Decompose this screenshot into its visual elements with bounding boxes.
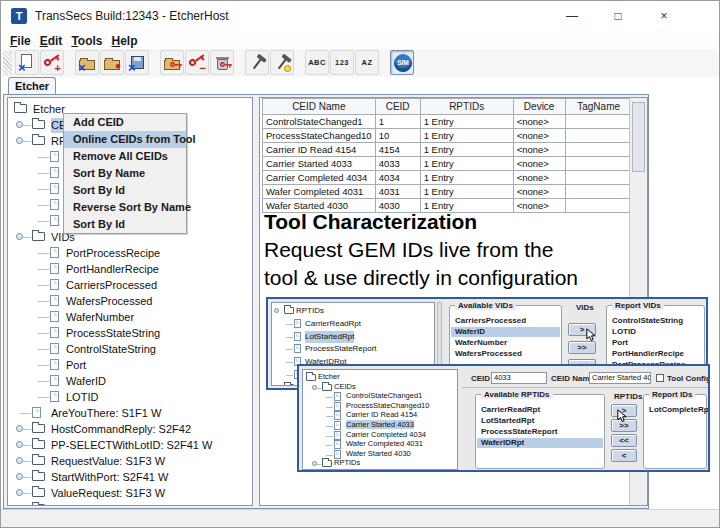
add-key-button[interactable]: + [40,50,64,75]
context-menu-item[interactable]: Remove All CEIDs [64,148,186,165]
maximize-button[interactable]: □ [603,7,633,25]
menu-file[interactable]: File [10,34,31,48]
table-cell[interactable]: ProcessStateChanged10 [263,129,376,143]
save-entity-button[interactable]: × [125,50,149,75]
list-item[interactable]: LotCompleteRpt [645,405,705,415]
tree-item[interactable]: PortHandlerRecipe [8,262,252,277]
tree-item[interactable]: ProcessStateString [8,326,252,341]
tree-item[interactable]: ValueRequest: S1F3 W [8,486,252,501]
ceid-name-field[interactable]: Carrier Started 4033 [589,372,651,384]
sort-by-name-button[interactable]: ABC [305,50,329,75]
tree-item[interactable]: StartWithPort: S2F41 W [8,470,252,485]
tree-item[interactable]: CarrierReadRpt [303,468,457,470]
tree-expand-handle[interactable] [16,121,23,128]
tree-item[interactable]: RequestValue: S1F3 W [8,454,252,469]
tree-item[interactable]: Carrier Completed 4034 [303,430,457,439]
table-cell[interactable]: 1 Entry [420,157,513,171]
tool-configured-checkbox[interactable] [656,374,664,382]
list-item[interactable]: LotStartedRpt [477,416,603,426]
table-cell[interactable]: 4033 [375,157,420,171]
list-item[interactable]: WafersProcessed [451,349,560,359]
tree-expand-handle[interactable] [16,457,23,464]
table-cell[interactable]: Wafer Completed 4031 [263,185,376,199]
load-keys-button[interactable] [160,50,184,75]
tree-item[interactable]: RPTIDs [303,458,457,467]
table-row[interactable]: Carrier Started 403340331 Entry<none> [263,157,633,171]
tree-expand-handle[interactable] [312,385,317,390]
list-item[interactable]: CarriersProcessed [451,316,560,326]
table-cell[interactable] [565,115,632,129]
tree-item[interactable]: PortProcessRecipe [8,246,252,261]
table-cell[interactable]: <none> [513,115,565,129]
tree-item[interactable]: CEIDs [303,382,457,391]
list-item[interactable]: WaferIDRpt [477,438,603,448]
context-menu-item[interactable]: Add CEID [64,114,186,131]
sim-button[interactable]: SIM [390,50,414,75]
minimize-button[interactable]: — [557,7,587,25]
sort-by-id-button[interactable]: 123 [330,50,354,75]
table-cell[interactable] [565,171,632,185]
table-cell[interactable]: Carrier Started 4033 [263,157,376,171]
table-cell[interactable]: 1 Entry [420,129,513,143]
list-item[interactable]: ControlStateString [608,316,703,326]
tree-expand-handle[interactable] [16,233,23,240]
tree-item[interactable]: LOTID [8,390,252,405]
table-cell[interactable]: <none> [513,185,565,199]
tree-expand-handle[interactable] [16,505,23,506]
tree-expand-handle[interactable] [16,489,23,496]
tree-expand-handle[interactable] [16,137,23,144]
tree-item[interactable]: Carrier Started 4033 [303,420,457,429]
table-cell[interactable]: 1 Entry [420,143,513,157]
menu-edit[interactable]: Edit [40,34,63,48]
menu-help[interactable]: Help [112,34,138,48]
new-entity-button[interactable]: × [15,50,39,75]
table-cell[interactable]: <none> [513,143,565,157]
tree-item[interactable]: Wafer Completed 4031 [303,439,457,448]
context-menu-item[interactable]: Sort By Id [64,216,186,233]
menu-tools[interactable]: Tools [71,34,102,48]
list-item[interactable]: Port [608,338,703,348]
table-cell[interactable]: <none> [513,129,565,143]
tree-item[interactable]: LotStartedRpt [272,331,434,343]
tree-item[interactable]: PP-SELECTWithLotID: S2F41 W [8,438,252,453]
table-cell[interactable]: 4031 [375,185,420,199]
table-cell[interactable] [565,143,632,157]
table-row[interactable]: ControlStateChanged111 Entry<none> [263,115,633,129]
context-menu-item[interactable]: Online CEIDs from Tool [64,131,186,148]
tree-item[interactable]: CarrierReadRpt [272,318,434,330]
close-button[interactable]: × [649,7,679,25]
table-cell[interactable] [565,129,632,143]
table-cell[interactable] [565,157,632,171]
open-entity-button[interactable]: × [75,50,99,75]
table-cell[interactable]: 4154 [375,143,420,157]
table-row[interactable]: Carrier Completed 403440341 Entry<none> [263,171,633,185]
context-menu-item[interactable]: Sort By Name [64,165,186,182]
tree-item[interactable]: ProcessStateReport [272,343,434,355]
tree-item[interactable]: WaferID [8,374,252,389]
list-item[interactable]: LOTID [608,327,703,337]
table-row[interactable]: Wafer Completed 403140311 Entry<none> [263,185,633,199]
table-cell[interactable]: <none> [513,171,565,185]
ceid-field[interactable]: 4033 [491,372,547,384]
tree-item[interactable]: WafersProcessed [8,294,252,309]
remove-key-button[interactable]: − [185,50,209,75]
tree-expand-handle[interactable] [274,385,279,386]
tree-expand-handle[interactable] [16,425,23,432]
table-cell[interactable]: 4034 [375,171,420,185]
transfer-button[interactable]: << [611,434,637,447]
scrollbar-thumb[interactable] [632,102,645,172]
table-row[interactable]: Carrier ID Read 415441541 Entry<none> [263,143,633,157]
list-item[interactable]: WaferID [451,327,560,337]
tree-item[interactable]: Devices [8,502,252,506]
list-item[interactable]: CarrierReadRpt [477,405,603,415]
table-cell[interactable]: 1 Entry [420,115,513,129]
table-cell[interactable]: <none> [513,157,565,171]
tree-item[interactable]: HostCommandReply: S2F42 [8,422,252,437]
list-item[interactable]: ProcessStateReport [477,427,603,437]
tree-item[interactable]: AreYouThere: S1F1 W [8,406,252,421]
build-button[interactable] [245,50,269,75]
tree-expand-handle[interactable] [274,308,279,313]
tree-item[interactable]: CarriersProcessed [8,278,252,293]
table-cell[interactable]: 10 [375,129,420,143]
tree-expand-handle[interactable] [16,441,23,448]
